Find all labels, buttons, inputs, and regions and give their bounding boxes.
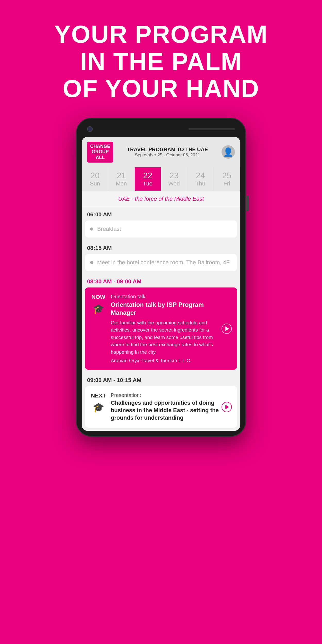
featured-event-card[interactable]: NOW 🎓 Orientation talk: Orientation talk… bbox=[85, 287, 237, 370]
event-category: Orientation talk: bbox=[111, 294, 219, 300]
event-organizer: Arabian Oryx Travel & Tourism L.L.C. bbox=[111, 358, 219, 363]
program-dates: September 25 - October 06, 2021 bbox=[117, 152, 218, 158]
day-tabs: 20 Sun 21 Mon 22 Tue 23 Wed 24 Thu bbox=[82, 167, 240, 191]
tab-day-20[interactable]: 20 Sun bbox=[82, 167, 108, 191]
next-category: Presentation: bbox=[111, 392, 219, 398]
event-left-col: NOW 🎓 bbox=[90, 294, 111, 314]
next-title: Challenges and opportunities of doing bu… bbox=[111, 399, 219, 421]
tab-day-25[interactable]: 25 Fri bbox=[214, 167, 240, 191]
time-label-0815: 08:15 AM bbox=[82, 241, 240, 254]
play-triangle-icon-next bbox=[225, 405, 229, 409]
time-label-0900: 09:00 AM - 10:15 AM bbox=[82, 373, 240, 386]
item-hotel: Meet in the hotel conference room, The B… bbox=[97, 259, 230, 266]
avatar-icon: 👤 bbox=[223, 147, 233, 157]
schedule: 06:00 AM Breakfast 08:15 AM Meet in the … bbox=[82, 207, 240, 428]
phone-screen: CHANGEGROUPALL TRAVEL PROGRAM TO THE UAE… bbox=[82, 137, 240, 431]
app-header: CHANGEGROUPALL TRAVEL PROGRAM TO THE UAE… bbox=[82, 137, 240, 167]
event-title: Orientation talk by ISP Program Manager bbox=[111, 301, 219, 317]
change-group-button[interactable]: CHANGEGROUPALL bbox=[87, 142, 113, 163]
next-badge: NEXT bbox=[91, 392, 106, 399]
event-content: Orientation talk: Orientation talk by IS… bbox=[111, 294, 219, 364]
tab-day-24[interactable]: 24 Thu bbox=[187, 167, 214, 191]
program-title-block: TRAVEL PROGRAM TO THE UAE September 25 -… bbox=[113, 147, 222, 158]
phone-wrapper: CHANGEGROUPALL TRAVEL PROGRAM TO THE UAE… bbox=[0, 113, 322, 437]
graduation-icon: 🎓 bbox=[93, 303, 104, 314]
event-desc: Get familiar with the upcoming schedule … bbox=[111, 319, 219, 356]
hero-section: YOUR PROGRAM IN THE PALM OF YOUR HAND bbox=[0, 0, 322, 113]
time-label-0830: 08:30 AM - 09:00 AM bbox=[82, 274, 240, 287]
now-badge: NOW bbox=[91, 294, 105, 300]
schedule-item-hotel[interactable]: Meet in the hotel conference room, The B… bbox=[85, 254, 237, 271]
play-button[interactable] bbox=[222, 324, 232, 334]
tab-day-21[interactable]: 21 Mon bbox=[108, 167, 134, 191]
next-event-card[interactable]: NEXT 🎓 Presentation: Challenges and oppo… bbox=[85, 386, 237, 428]
phone-top-bar bbox=[82, 126, 240, 137]
bullet-icon bbox=[90, 227, 93, 231]
next-left-col: NEXT 🎓 bbox=[90, 392, 111, 413]
camera-dot bbox=[87, 126, 93, 132]
hero-title: YOUR PROGRAM IN THE PALM OF YOUR HAND bbox=[15, 21, 307, 102]
play-button-next[interactable] bbox=[222, 402, 232, 412]
bullet-icon-2 bbox=[90, 261, 93, 264]
tab-day-22[interactable]: 22 Tue bbox=[135, 167, 161, 191]
avatar[interactable]: 👤 bbox=[222, 145, 235, 159]
schedule-item-breakfast[interactable]: Breakfast bbox=[85, 221, 237, 238]
day-banner: UAE - the force of the Middle East bbox=[82, 191, 240, 207]
next-event-content: Presentation: Challenges and opportuniti… bbox=[111, 392, 219, 421]
program-title: TRAVEL PROGRAM TO THE UAE bbox=[117, 147, 218, 152]
phone-device: CHANGEGROUPALL TRAVEL PROGRAM TO THE UAE… bbox=[76, 118, 246, 437]
speaker-bar bbox=[189, 128, 235, 130]
time-label-0600: 06:00 AM bbox=[82, 207, 240, 221]
graduation-icon-next: 🎓 bbox=[93, 402, 104, 413]
item-breakfast: Breakfast bbox=[97, 226, 121, 232]
tab-day-23[interactable]: 23 Wed bbox=[161, 167, 187, 191]
play-triangle-icon bbox=[225, 326, 229, 331]
side-buttons bbox=[246, 196, 249, 211]
